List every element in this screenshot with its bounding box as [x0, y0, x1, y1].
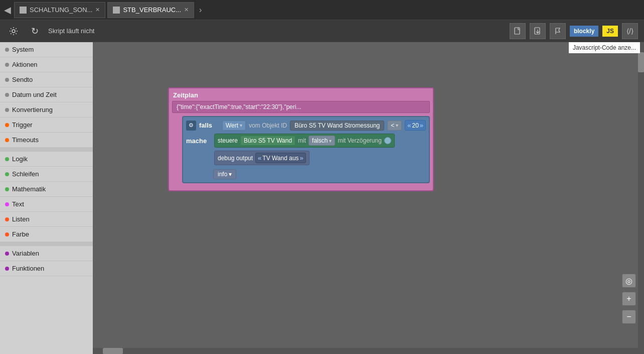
dot-datum [5, 93, 9, 97]
block-container: Zeitplan {"time":{"exactTime":true,"star… [168, 87, 434, 191]
sidebar-item-konv[interactable]: Konvertierung [0, 102, 93, 117]
zeitplan-header: Zeitplan [172, 91, 430, 99]
sidebar-item-system[interactable]: System [0, 42, 93, 57]
tab-close-2[interactable]: ✕ [184, 7, 189, 13]
canvas[interactable]: Zeitplan {"time":{"exactTime":true,"star… [93, 42, 644, 354]
mit-label: mit [298, 137, 306, 144]
sidebar-item-variablen[interactable]: Variablen [0, 246, 93, 261]
tab-close-1[interactable]: ✕ [95, 7, 100, 13]
sidebar-item-listen[interactable]: Listen [0, 212, 93, 227]
sidebar-item-text[interactable]: Text [0, 197, 93, 212]
compare-op: < [391, 122, 394, 129]
more-tabs-button[interactable]: › [196, 6, 205, 15]
sidebar-label-sendto: Sendto [12, 76, 33, 83]
canvas-controls: ◎ + − [622, 274, 636, 324]
steuere-label: steuere [218, 137, 238, 144]
mache-section: mache steuere Büro S5 TV Wand mit falsch [186, 134, 426, 179]
new-file-button[interactable] [510, 23, 526, 39]
sidebar-divider-2 [0, 242, 93, 246]
sidebar-item-farbe[interactable]: Farbe [0, 227, 93, 242]
block-bottom-padding [172, 183, 430, 187]
falsch-label: falsch [312, 137, 328, 144]
info-dropdown-icon[interactable]: ▾ [229, 171, 232, 178]
dot-konv [5, 108, 9, 112]
block-falls[interactable]: ⚙ falls Wert ▾ vom Objekt ID Büro S5 TV … [182, 116, 430, 183]
sidebar-item-sendto[interactable]: Sendto [0, 72, 93, 87]
quote-close-2: » [300, 154, 303, 162]
sidebar-item-timeouts[interactable]: Timeouts [0, 133, 93, 148]
quote-close: » [420, 122, 423, 129]
tab-label-1: SCHALTUNG_SON... [30, 6, 92, 14]
number-block[interactable]: « 20 » [405, 120, 426, 131]
info-label: info [218, 171, 227, 178]
dot-text [5, 202, 9, 206]
tab-schaltung[interactable]: SCHALTUNG_SON... ✕ [14, 2, 105, 18]
dot-timeouts [5, 138, 9, 142]
falls-gear-icon[interactable]: ⚙ [186, 121, 196, 131]
steuere-obj-pill[interactable]: Büro S5 TV Wand [240, 136, 295, 146]
steuere-obj: Büro S5 TV Wand [244, 137, 292, 144]
sub-bar: ↻ Skript läuft nicht blockly JS ⟨/⟩ [0, 20, 644, 42]
falls-label: falls [199, 122, 219, 129]
flag-button[interactable] [550, 23, 566, 39]
sidebar-divider-1 [0, 148, 93, 152]
sidebar-label-timeouts: Timeouts [12, 136, 39, 144]
horizontal-scrollbar[interactable] [93, 348, 644, 354]
zeitplan-json[interactable]: {"time":{"exactTime":true,"start":"22:30… [172, 101, 430, 113]
js-button[interactable]: JS [602, 26, 618, 37]
sidebar-label-variablen: Variablen [12, 250, 39, 257]
gear-button[interactable] [6, 24, 21, 39]
debug-row: debug output « TV Wand aus » [186, 151, 426, 167]
falls-row: ⚙ falls Wert ▾ vom Objekt ID Büro S5 TV … [186, 120, 426, 131]
sidebar-label-datum: Datum und Zeit [12, 91, 57, 98]
sidebar-item-logik[interactable]: Logik [0, 152, 93, 167]
number-value: 20 [412, 122, 419, 129]
vertical-scrollbar[interactable] [638, 42, 644, 354]
falsch-pill[interactable]: falsch ▾ [308, 136, 335, 146]
sidebar-label-aktionen: Aktionen [12, 61, 38, 68]
script-status: Skript läuft nicht [48, 27, 95, 35]
zoom-in-button[interactable]: + [622, 292, 636, 306]
code-view-button[interactable]: ⟨/⟩ [622, 23, 638, 39]
sidebar-label-mathematik: Mathematik [12, 185, 46, 193]
wert-pill[interactable]: Wert ▾ [222, 121, 246, 131]
blockly-button[interactable]: blockly [570, 26, 598, 37]
back-button[interactable]: ◀ [4, 5, 11, 16]
sidebar-item-funktionen[interactable]: Funktionen [0, 261, 93, 276]
sidebar-item-mathematik[interactable]: Mathematik [0, 182, 93, 197]
sidebar-item-datum[interactable]: Datum und Zeit [0, 87, 93, 102]
compare-dropdown-icon[interactable]: ▾ [396, 123, 398, 128]
dot-sendto [5, 78, 9, 82]
verzoegerung-toggle[interactable] [384, 137, 391, 144]
tab-stb[interactable]: STB_VERBRAUC... ✕ [107, 2, 194, 18]
svg-rect-2 [535, 28, 540, 34]
info-pill[interactable]: info ▾ [213, 169, 236, 179]
compare-op-pill[interactable]: < ▾ [387, 121, 402, 131]
tab-label-2: STB_VERBRAUC... [123, 6, 181, 14]
tv-wand-text-block[interactable]: « TV Wand aus » [255, 153, 306, 163]
sidebar-label-schleifen: Schleifen [12, 170, 39, 178]
blockly-label: blockly [574, 28, 594, 35]
debug-block[interactable]: debug output « TV Wand aus » [214, 151, 309, 165]
import-button[interactable] [530, 23, 546, 39]
dot-trigger [5, 123, 9, 127]
toolbar-right: blockly JS ⟨/⟩ [510, 23, 638, 39]
target-button[interactable]: ◎ [622, 274, 636, 288]
sidebar-item-trigger[interactable]: Trigger [0, 117, 93, 133]
info-row: info ▾ [186, 169, 426, 179]
steuere-block[interactable]: steuere Büro S5 TV Wand mit falsch ▾ mit… [214, 134, 395, 148]
zoom-out-button[interactable]: − [622, 310, 636, 324]
refresh-button[interactable]: ↻ [27, 24, 42, 39]
dot-farbe [5, 232, 9, 237]
dot-system [5, 48, 9, 52]
wert-dropdown-icon[interactable]: ▾ [240, 123, 242, 128]
sidebar-label-logik: Logik [12, 155, 28, 163]
tab-icon-1 [20, 7, 27, 14]
quote-open-2: « [258, 154, 261, 162]
objekt-pill[interactable]: Büro S5 TV Wand Stromessung [290, 121, 384, 131]
dot-variablen [5, 252, 9, 256]
sidebar-item-schleifen[interactable]: Schleifen [0, 167, 93, 182]
falsch-dropdown-icon[interactable]: ▾ [329, 138, 332, 144]
sidebar-item-aktionen[interactable]: Aktionen [0, 57, 93, 72]
block-zeitplan[interactable]: Zeitplan {"time":{"exactTime":true,"star… [168, 87, 434, 191]
